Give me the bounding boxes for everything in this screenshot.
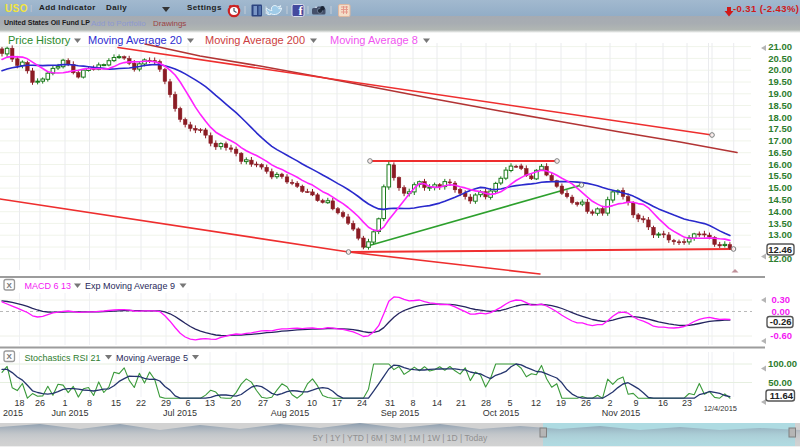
- svg-text:16.00: 16.00: [768, 159, 792, 170]
- svg-text:-0.26: -0.26: [770, 316, 792, 327]
- svg-text:20: 20: [231, 398, 241, 408]
- svg-text:13.50: 13.50: [768, 218, 792, 229]
- svg-text:16: 16: [658, 398, 668, 408]
- svg-text:5Y | 1Y | YTD | 6M | 3M | 1M |: 5Y | 1Y | YTD | 6M | 3M | 1M | 1W | 1D |…: [313, 433, 488, 443]
- svg-text:Stochastics RSI 21: Stochastics RSI 21: [25, 353, 101, 363]
- svg-text:6: 6: [185, 398, 190, 408]
- svg-text:15: 15: [111, 398, 121, 408]
- svg-text:15.00: 15.00: [768, 182, 792, 193]
- svg-text:Moving Average 8: Moving Average 8: [330, 34, 418, 46]
- svg-text:Moving Average 200: Moving Average 200: [205, 34, 305, 46]
- svg-text:18.50: 18.50: [768, 100, 792, 111]
- svg-text:17.50: 17.50: [768, 123, 792, 134]
- svg-text:1: 1: [62, 398, 67, 408]
- svg-text:28: 28: [481, 398, 491, 408]
- svg-text:31: 31: [385, 398, 395, 408]
- svg-text:Jul 2015: Jul 2015: [163, 408, 197, 418]
- svg-text:X: X: [7, 352, 13, 361]
- svg-text:26: 26: [581, 398, 591, 408]
- svg-text:22: 22: [136, 398, 146, 408]
- svg-text:Aug 2015: Aug 2015: [271, 408, 310, 418]
- svg-text:13: 13: [205, 398, 215, 408]
- svg-text:Nov 2015: Nov 2015: [602, 408, 641, 418]
- svg-text:2: 2: [607, 398, 612, 408]
- svg-text:21.00: 21.00: [768, 41, 792, 52]
- svg-text:50.00: 50.00: [768, 377, 792, 388]
- svg-text:16.50: 16.50: [768, 147, 792, 158]
- svg-text:3: 3: [285, 398, 290, 408]
- svg-text:23: 23: [682, 398, 692, 408]
- svg-text:Oct 2015: Oct 2015: [483, 408, 520, 418]
- svg-text:17: 17: [332, 398, 342, 408]
- svg-text:12.46: 12.46: [768, 244, 792, 255]
- svg-text:Exp Moving Average 9: Exp Moving Average 9: [85, 281, 175, 291]
- svg-text:0.30: 0.30: [772, 294, 791, 305]
- svg-text:9: 9: [633, 398, 638, 408]
- svg-text:20.00: 20.00: [768, 64, 792, 75]
- svg-text:14: 14: [432, 398, 442, 408]
- svg-text:20.50: 20.50: [768, 53, 792, 64]
- svg-text:Moving Average 5: Moving Average 5: [116, 353, 188, 363]
- svg-text:19.00: 19.00: [768, 88, 792, 99]
- svg-text:8: 8: [87, 398, 92, 408]
- svg-text:27: 27: [258, 398, 268, 408]
- svg-text:18.00: 18.00: [768, 112, 792, 123]
- svg-text:24: 24: [357, 398, 367, 408]
- svg-text:X: X: [7, 281, 13, 290]
- svg-text:Price History: Price History: [8, 34, 71, 46]
- svg-text:Sep 2015: Sep 2015: [381, 408, 420, 418]
- svg-text:19: 19: [556, 398, 566, 408]
- svg-text:100.00: 100.00: [768, 358, 797, 369]
- svg-text:-0.60: -0.60: [770, 330, 792, 341]
- svg-text:13.00: 13.00: [768, 229, 792, 240]
- svg-text:10: 10: [307, 398, 317, 408]
- svg-text:Moving Average 20: Moving Average 20: [88, 34, 182, 46]
- svg-text:15.50: 15.50: [768, 170, 792, 181]
- svg-text:MACD 6 13: MACD 6 13: [25, 281, 72, 291]
- svg-text:21: 21: [456, 398, 466, 408]
- svg-text:29: 29: [161, 398, 171, 408]
- svg-text:5: 5: [507, 398, 512, 408]
- svg-text:26: 26: [35, 398, 45, 408]
- svg-text:8: 8: [410, 398, 415, 408]
- svg-text:18: 18: [14, 398, 24, 408]
- svg-text:12/4/2015: 12/4/2015: [704, 404, 737, 413]
- svg-text:2015: 2015: [3, 408, 23, 418]
- svg-text:14.50: 14.50: [768, 194, 792, 205]
- svg-text:12: 12: [531, 398, 541, 408]
- svg-text:14.00: 14.00: [768, 206, 792, 217]
- svg-text:17.00: 17.00: [768, 135, 792, 146]
- svg-text:0.00: 0.00: [772, 306, 791, 317]
- svg-text:19.50: 19.50: [768, 76, 792, 87]
- svg-text:11.64: 11.64: [770, 390, 794, 401]
- svg-text:Jun 2015: Jun 2015: [51, 408, 88, 418]
